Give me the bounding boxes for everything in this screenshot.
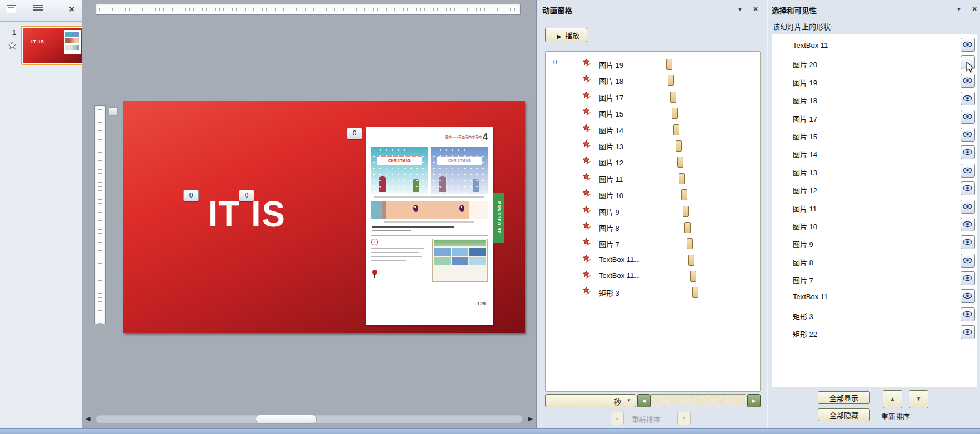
outline-tab-icon[interactable]	[33, 5, 43, 12]
animation-order-badge[interactable]: 0	[183, 190, 199, 201]
pane-close-icon[interactable]: ×	[970, 4, 979, 13]
pane-menu-chevron-icon[interactable]: ▼	[954, 4, 963, 13]
visibility-toggle-button[interactable]	[961, 92, 975, 105]
vertical-ruler[interactable]	[94, 105, 106, 324]
timing-bar[interactable]	[668, 75, 674, 86]
shape-row[interactable]: 图片 18	[772, 90, 977, 108]
visibility-toggle-button[interactable]	[961, 128, 975, 142]
reorder-up-button[interactable]: ▲	[883, 390, 902, 408]
hide-all-button[interactable]: 全部隐藏	[818, 408, 870, 421]
horizontal-scrollbar[interactable]: ◀ ▶	[83, 414, 535, 424]
timing-bar[interactable]	[681, 189, 687, 200]
timeline-scroll-left-button[interactable]: ◀	[637, 394, 651, 407]
animation-list[interactable]: 0 图片 19 图片 18	[545, 51, 761, 392]
visibility-toggle-button[interactable]	[961, 218, 975, 231]
animation-item-row[interactable]: 图片 13	[546, 138, 760, 154]
visibility-toggle-button[interactable]	[961, 235, 975, 249]
play-button[interactable]: ▶播放	[545, 28, 587, 42]
timing-bar[interactable]	[673, 124, 679, 135]
close-icon[interactable]: ×	[64, 2, 79, 17]
time-unit-dropdown[interactable]: 秒 ▼	[545, 394, 636, 407]
shape-row[interactable]: 图片 13	[772, 163, 977, 180]
visibility-toggle-button[interactable]	[961, 289, 975, 303]
shape-row[interactable]: 矩形 3	[772, 306, 977, 324]
shape-row[interactable]: 图片 10	[772, 216, 977, 234]
animation-item-row[interactable]: 矩形 3	[546, 284, 760, 300]
animation-item-row[interactable]: 图片 11	[546, 170, 760, 186]
visibility-toggle-button[interactable]	[961, 74, 975, 88]
visibility-toggle-button[interactable]	[961, 181, 975, 195]
slides-tab-icon[interactable]	[7, 5, 16, 13]
shape-row[interactable]: 图片 15	[772, 127, 977, 144]
visibility-toggle-button[interactable]	[961, 271, 975, 285]
animation-item-row[interactable]: 图片 15	[546, 105, 760, 121]
shape-row[interactable]: 图片 12	[772, 180, 977, 198]
pane-menu-chevron-icon[interactable]: ▼	[736, 4, 744, 13]
entrance-animation-star-icon	[582, 286, 592, 299]
timing-bar[interactable]	[677, 157, 683, 168]
timing-bar[interactable]	[690, 271, 696, 282]
timing-bar[interactable]	[688, 255, 694, 266]
animation-item-row[interactable]: 图片 9	[546, 203, 760, 219]
shape-row[interactable]: 图片 20	[772, 54, 977, 72]
visibility-toggle-button[interactable]	[961, 110, 975, 124]
shape-row[interactable]: 图片 11	[772, 199, 977, 216]
shape-row[interactable]: 图片 14	[772, 144, 977, 162]
visibility-toggle-button[interactable]	[961, 145, 975, 159]
timing-bar[interactable]	[670, 92, 676, 103]
reorder-down-button[interactable]: ▼	[677, 412, 691, 425]
slide-canvas[interactable]: IT IS 0 0 0 图文——有血有肉才有神4 CHRISTMAS CHRIS…	[123, 101, 525, 333]
shape-row[interactable]: 图片 8	[772, 253, 977, 270]
animation-item-row[interactable]: 图片 18	[546, 72, 760, 88]
shape-row[interactable]: 矩形 22	[772, 324, 977, 342]
shape-row[interactable]: 图片 17	[772, 109, 977, 127]
animation-item-row[interactable]: 0 图片 19	[546, 56, 760, 72]
visibility-toggle-button[interactable]	[961, 38, 975, 52]
animation-item-row[interactable]: 图片 10	[546, 186, 760, 203]
visibility-toggle-button[interactable]	[961, 254, 975, 268]
reorder-down-button[interactable]: ▼	[909, 390, 928, 408]
shape-row[interactable]: TextBox 11	[772, 288, 977, 306]
shape-row[interactable]: TextBox 11	[772, 37, 977, 54]
timing-bar[interactable]	[683, 206, 689, 217]
timing-bar[interactable]	[672, 108, 678, 119]
visibility-toggle-button[interactable]	[961, 307, 975, 321]
timeline-scroll-right-button[interactable]: ▶	[747, 394, 761, 407]
timing-bar[interactable]	[687, 238, 693, 249]
shape-row[interactable]: 图片 19	[772, 73, 977, 90]
animation-item-row[interactable]: 图片 7	[546, 235, 760, 251]
slide-thumbnail[interactable]: IT IS	[21, 26, 84, 65]
animation-item-row[interactable]: 图片 14	[546, 122, 760, 138]
scrollbar-thumb[interactable]	[256, 415, 317, 424]
shape-row[interactable]: 图片 7	[772, 270, 977, 288]
show-all-button[interactable]: 全部显示	[818, 391, 870, 404]
timing-bar[interactable]	[676, 140, 682, 152]
reorder-up-button[interactable]: ▲	[611, 412, 624, 425]
entrance-animation-star-icon	[582, 205, 592, 218]
shape-row[interactable]: 图片 9	[772, 234, 977, 252]
animation-item-row[interactable]: 图片 12	[546, 154, 760, 170]
timing-bar[interactable]	[684, 222, 691, 233]
eye-icon	[963, 41, 972, 48]
animation-item-row[interactable]: 图片 17	[546, 89, 760, 105]
scroll-left-icon[interactable]: ◀	[86, 415, 90, 422]
animation-item-row[interactable]: TextBox 11...	[546, 252, 760, 268]
entrance-animation-star-icon	[582, 124, 592, 136]
timing-bar[interactable]	[666, 59, 672, 70]
animation-item-row[interactable]: 图片 8	[546, 219, 760, 235]
pane-close-icon[interactable]: ×	[751, 4, 760, 13]
timing-bar[interactable]	[692, 287, 698, 298]
timing-bar[interactable]	[679, 173, 685, 184]
visibility-toggle-button[interactable]	[961, 325, 975, 339]
animation-order-badge[interactable]: 0	[347, 128, 362, 139]
visibility-toggle-button[interactable]	[961, 200, 975, 214]
animation-item-row[interactable]: TextBox 11...	[546, 268, 760, 284]
animation-order-badge[interactable]: 0	[239, 190, 254, 201]
eye-icon	[963, 185, 972, 191]
magazine-page-image[interactable]: 图文——有血有肉才有神4 CHRISTMAS CHRISTMAS	[366, 127, 493, 325]
timeline-scale[interactable]	[651, 394, 746, 406]
horizontal-ruler[interactable]	[96, 4, 521, 15]
scroll-right-icon[interactable]: ▶	[528, 415, 533, 422]
visibility-toggle-button[interactable]	[961, 164, 975, 178]
shapes-list[interactable]: TextBox 11 图片 20	[772, 34, 977, 387]
